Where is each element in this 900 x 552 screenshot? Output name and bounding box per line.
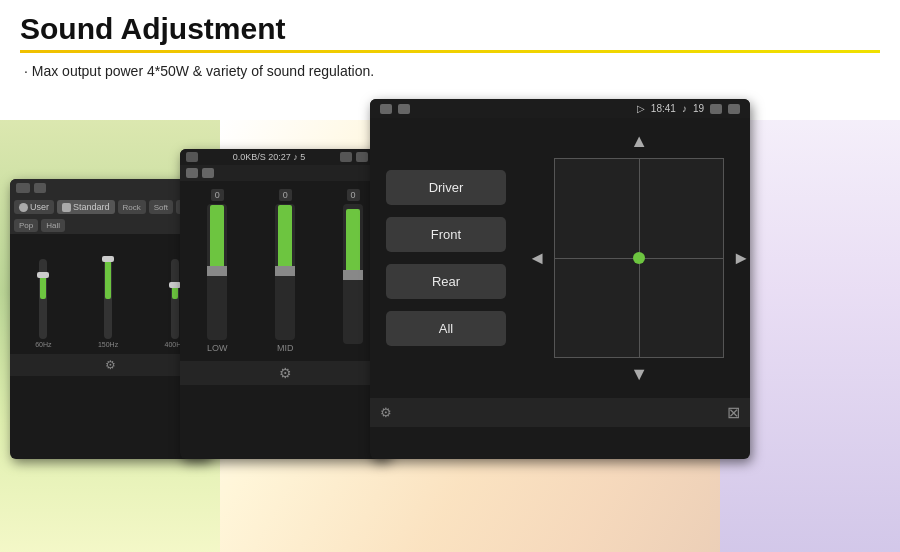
preset-rock[interactable]: Rock [118, 200, 146, 214]
s2-bottom-bar: ⚙ [180, 361, 390, 385]
eq-thumb-60hz [37, 272, 49, 278]
eq-fill-150hz [105, 259, 111, 299]
eq-fill-60hz [40, 275, 46, 299]
arrow-right-icon[interactable]: ► [732, 248, 750, 269]
screen-eq-full: 0.0KB/S 20:27 ♪ 5 0 LOW [180, 149, 390, 459]
s2-topbar: 0.0KB/S 20:27 ♪ 5 [180, 149, 390, 165]
arrow-up-icon[interactable]: ▲ [630, 131, 648, 152]
arrow-left-icon[interactable]: ◄ [528, 248, 546, 269]
eq-bottom-icon: ⚙ [105, 358, 116, 372]
speaker-icon [340, 152, 352, 162]
s2-topbar-info: 0.0KB/S 20:27 ♪ 5 [233, 152, 306, 162]
arrow-down-container: ▼ [528, 364, 750, 385]
s3-bottom-bar: ⚙ ⊠ [370, 398, 750, 427]
eq-slider-60hz-track[interactable] [39, 259, 47, 339]
rear-button[interactable]: Rear [386, 264, 506, 299]
eq-thumb-low [207, 266, 227, 276]
shuffle-icon[interactable]: ⊠ [727, 403, 740, 422]
eq-val-high: 0 [347, 189, 360, 201]
eq-slider-150hz-track[interactable] [104, 259, 112, 339]
all-button[interactable]: All [386, 311, 506, 346]
eq-band-60hz: 60Hz [35, 259, 51, 348]
home-icon [16, 183, 30, 193]
eq-thumb-high [343, 270, 363, 280]
menu-icon2 [202, 168, 214, 178]
eq-icon-bottom[interactable]: ⚙ [380, 405, 392, 420]
speaker-buttons-panel: Driver Front Rear All [370, 118, 528, 398]
balance-control-area: ▲ ◄ ► ▼ [528, 131, 750, 385]
eq-thumb-400hz [169, 282, 181, 288]
subtitle: · Max output power 4*50W & variety of so… [24, 63, 880, 79]
back-icon3 [728, 104, 740, 114]
eq-slider-400hz-track[interactable] [171, 259, 179, 339]
eq-label-60hz: 60Hz [35, 341, 51, 348]
s2-eq-area: 0 LOW 0 MID 0 [180, 181, 390, 361]
home-icon2 [186, 168, 198, 178]
eq-label-150hz: 150Hz [98, 341, 118, 348]
screens-area: User Standard Rock Soft Classic Pop Hall [0, 79, 900, 459]
s3-topbar: ▷ 18:41 ♪ 19 [370, 99, 750, 118]
eq-track-high[interactable] [343, 204, 363, 344]
speaker-icon3: ♪ [682, 103, 687, 114]
eq-fill-low [210, 205, 224, 270]
eq-fill-high [346, 209, 360, 274]
page-title: Sound Adjustment [20, 12, 880, 46]
s3-topbar-right: ▷ 18:41 ♪ 19 [637, 103, 740, 114]
eq-label-mid: MID [277, 343, 294, 353]
eq-track-mid[interactable] [275, 204, 295, 340]
s2-statusbar [180, 165, 390, 181]
eq-settings-icon: ⚙ [279, 365, 292, 381]
preset-standard[interactable]: Standard [57, 200, 115, 214]
home-icon3 [380, 104, 392, 114]
preset-user[interactable]: User [14, 200, 54, 214]
top-section: Sound Adjustment · Max output power 4*50… [0, 0, 900, 79]
signal-icon: ▷ [637, 103, 645, 114]
arrow-up-container: ▲ [528, 131, 750, 152]
eq-thumb-150hz [102, 256, 114, 262]
title-divider [20, 50, 880, 53]
s2-topbar-left-icons [186, 152, 198, 162]
preset-soft[interactable]: Soft [149, 200, 173, 214]
eq-val-mid: 0 [279, 189, 292, 201]
s3-main-content: Driver Front Rear All ▲ ◄ [370, 118, 750, 398]
eq-thumb-mid [275, 266, 295, 276]
balance-grid[interactable] [554, 158, 724, 358]
topbar-time: 18:41 [651, 103, 676, 114]
eq-label-low: LOW [207, 343, 228, 353]
menu-icon3 [398, 104, 410, 114]
eq-band-150hz: 150Hz [98, 259, 118, 348]
eq-band-mid: 0 MID [275, 189, 295, 353]
balance-middle-row: ◄ ► [528, 158, 750, 358]
eq-band-high: 0 [343, 189, 363, 353]
screen-balance: ▷ 18:41 ♪ 19 Driver Front Rear All [370, 99, 750, 459]
eq-fill-mid [278, 205, 292, 270]
preset-hall[interactable]: Hall [41, 219, 65, 232]
preset-pop[interactable]: Pop [14, 219, 38, 232]
topbar-vol: 19 [693, 103, 704, 114]
screen-icon [356, 152, 368, 162]
eq-val-low: 0 [211, 189, 224, 201]
front-button[interactable]: Front [386, 217, 506, 252]
user-icon [19, 203, 28, 212]
screen-icon3 [710, 104, 722, 114]
arrow-down-icon[interactable]: ▼ [630, 364, 648, 385]
eq-band-low: 0 LOW [207, 189, 228, 353]
balance-dot [633, 252, 645, 264]
eq-track-low[interactable] [207, 204, 227, 340]
driver-button[interactable]: Driver [386, 170, 506, 205]
note-icon [62, 203, 71, 212]
s2-status-left [186, 168, 214, 178]
menu-icon [34, 183, 46, 193]
balance-panel: ▲ ◄ ► ▼ [528, 118, 750, 398]
wifi-icon [186, 152, 198, 162]
s3-topbar-left [380, 104, 410, 114]
